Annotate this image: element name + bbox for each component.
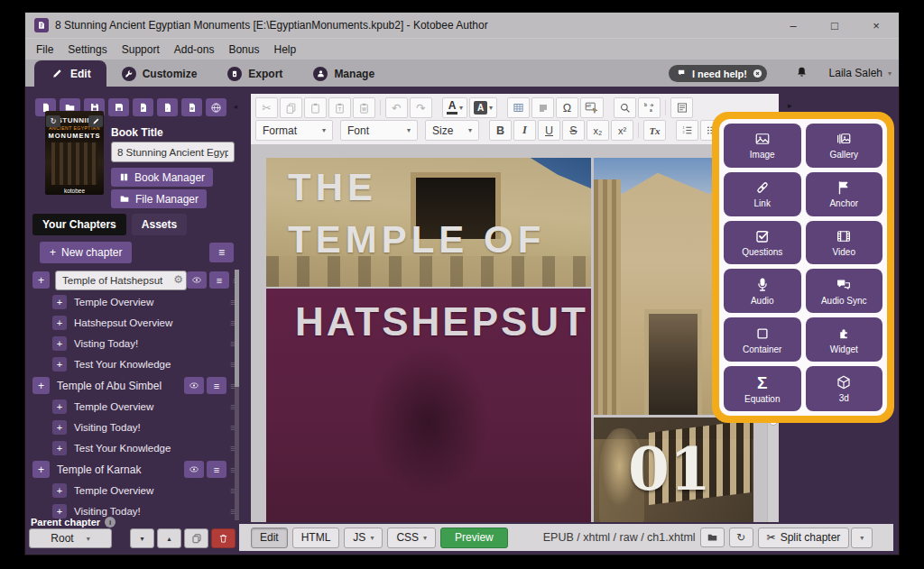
insert-table-icon[interactable] (507, 97, 530, 118)
export-epub-icon[interactable]: ♪ (157, 98, 178, 116)
chapter-menu-icon[interactable]: ≡ (207, 377, 226, 394)
edit-mode-button[interactable]: Edit (251, 528, 288, 548)
insert-gallery-button[interactable]: Gallery (806, 124, 883, 168)
add-subchapter-icon[interactable]: + (52, 441, 67, 455)
book-manager-button[interactable]: Book Manager (111, 168, 213, 187)
split-chapter-dropdown[interactable]: ▾ (851, 528, 873, 548)
menu-help[interactable]: Help (266, 41, 303, 59)
duplicate-chapter-button[interactable] (184, 528, 208, 548)
redo-icon[interactable]: ↷ (410, 97, 432, 118)
chapter-menu-icon[interactable]: ≡ (209, 271, 229, 289)
cut-icon[interactable]: ✂ (255, 97, 278, 118)
preview-button[interactable]: Preview (440, 528, 508, 548)
chapter-child-row[interactable]: + Test Your Knowledge ≡ (25, 437, 237, 458)
export-pdf-icon[interactable]: P (133, 98, 153, 116)
save-as-icon[interactable] (108, 98, 129, 116)
eye-icon[interactable] (184, 461, 204, 478)
chapter-child-label[interactable]: Temple Overview (74, 485, 153, 496)
add-subchapter-icon[interactable]: + (52, 483, 67, 498)
need-help-button[interactable]: I need help! (669, 65, 767, 82)
menu-support[interactable]: Support (115, 41, 167, 59)
chapter-child-row[interactable]: + Temple Overview ≡ (25, 480, 237, 500)
chapter-child-row[interactable]: + Test Your Knowledge ≡ (25, 353, 237, 374)
chapter-child-label[interactable]: Visiting Today! (74, 506, 141, 517)
size-dropdown[interactable]: Size▾ (425, 120, 479, 141)
export-word-icon[interactable]: W (181, 98, 202, 116)
remove-format-icon[interactable]: Tx (643, 120, 666, 141)
folder-icon[interactable] (700, 528, 725, 547)
chapter-child-label[interactable]: Temple Overview (74, 401, 153, 412)
undo-icon[interactable]: ↶ (385, 97, 408, 118)
chapter-child-label[interactable]: Hatshepsut Overview (74, 317, 172, 328)
sidebar-collapse-icon[interactable]: ◂ (233, 102, 237, 111)
menu-bonus[interactable]: Bonus (221, 41, 266, 59)
parent-chapter-select[interactable]: Root ▾ (29, 528, 112, 548)
add-subchapter-icon[interactable]: + (32, 377, 50, 394)
paste-text-icon[interactable]: T (328, 97, 351, 118)
cover-refresh-icon[interactable]: ↻ (46, 115, 60, 127)
italic-icon[interactable]: I (513, 120, 536, 141)
cover-edit-icon[interactable] (88, 115, 103, 127)
user-menu[interactable]: Laila Saleh ▾ (829, 67, 892, 79)
tab-manage[interactable]: Manage (298, 60, 390, 87)
superscript-icon[interactable]: x² (611, 120, 633, 141)
move-up-button[interactable]: ▴ (157, 528, 181, 548)
insert-link-button[interactable]: Link (724, 172, 801, 216)
text-color-button[interactable]: A ▾ (442, 97, 467, 118)
split-chapter-button[interactable]: ✂Split chapter (758, 528, 850, 548)
insert-questions-button[interactable]: Questions (724, 221, 801, 265)
insert-audio-button[interactable]: Audio (724, 269, 801, 313)
tab-customize[interactable]: Customize (106, 60, 213, 87)
replace-icon[interactable]: ba (638, 97, 661, 118)
insert-equation-button[interactable]: Σ Equation (724, 366, 801, 411)
insert-audio-sync-button[interactable]: Audio Sync (806, 269, 883, 313)
insert-panel-collapse-icon[interactable]: ▸ (788, 101, 792, 110)
format-dropdown[interactable]: Format▾ (255, 120, 333, 141)
menu-file[interactable]: File (29, 41, 60, 59)
html-mode-button[interactable]: HTML (292, 528, 340, 548)
chapter-child-row[interactable]: + Visting Today! ≡ (25, 333, 237, 353)
underline-icon[interactable]: U (538, 120, 560, 141)
chapter-child-row[interactable]: + Visiting Today! ≡ (25, 417, 237, 437)
chapter-label[interactable]: Temple of Karnak (57, 463, 141, 476)
ordered-list-icon[interactable]: 12 (676, 120, 698, 141)
tab-your-chapters[interactable]: Your Chapters (32, 214, 126, 235)
dismiss-help-icon[interactable] (752, 68, 763, 79)
paste-icon[interactable] (304, 97, 327, 118)
add-subchapter-icon[interactable]: + (52, 399, 67, 414)
css-mode-button[interactable]: CSS▾ (387, 528, 436, 548)
insert-container-button[interactable]: Container (724, 317, 801, 362)
chapter-row-abu-simbel[interactable]: + Temple of Abu Simbel ≡ ≡ (25, 375, 237, 396)
new-chapter-button[interactable]: + New chapter (40, 242, 132, 263)
div-container-icon[interactable] (670, 97, 693, 118)
copy-icon[interactable] (280, 97, 302, 118)
special-character-icon[interactable]: Ω (556, 97, 578, 118)
delete-chapter-button[interactable] (211, 528, 236, 548)
insert-html-icon[interactable]: HT (580, 97, 604, 118)
paste-word-icon[interactable]: W (353, 97, 375, 118)
chapter-child-label[interactable]: Test Your Knowledge (74, 443, 171, 454)
chapter-child-row[interactable]: + Temple Overview ≡ (25, 291, 237, 312)
chapter-title-input[interactable] (55, 271, 187, 290)
add-subchapter-icon[interactable]: + (52, 316, 67, 330)
add-subchapter-icon[interactable]: + (52, 295, 67, 309)
maximize-button[interactable]: □ (828, 19, 841, 32)
add-subchapter-icon[interactable]: + (52, 357, 67, 372)
horizontal-rule-icon[interactable] (531, 97, 554, 118)
js-mode-button[interactable]: JS▾ (344, 528, 383, 548)
add-subchapter-icon[interactable]: + (32, 461, 50, 478)
chapter-child-label[interactable]: Temple Overview (74, 297, 153, 307)
tab-export[interactable]: Export (212, 60, 298, 87)
move-down-button[interactable]: ▾ (130, 528, 154, 548)
chapter-child-row[interactable]: + Hatshepsut Overview ≡ (25, 312, 237, 333)
strikethrough-icon[interactable]: S (562, 120, 585, 141)
insert-anchor-button[interactable]: Anchor (806, 172, 883, 216)
add-subchapter-icon[interactable]: + (52, 336, 67, 351)
notifications-bell-icon[interactable] (795, 65, 808, 79)
file-manager-button[interactable]: File Manager (111, 189, 207, 208)
chapter-row-karnak[interactable]: + Temple of Karnak ≡ ≡ (25, 459, 237, 480)
book-title-input[interactable] (111, 142, 235, 162)
font-dropdown[interactable]: Font▾ (340, 120, 418, 141)
menu-settings[interactable]: Settings (60, 41, 114, 59)
gear-icon[interactable]: ⚙ (173, 273, 183, 286)
